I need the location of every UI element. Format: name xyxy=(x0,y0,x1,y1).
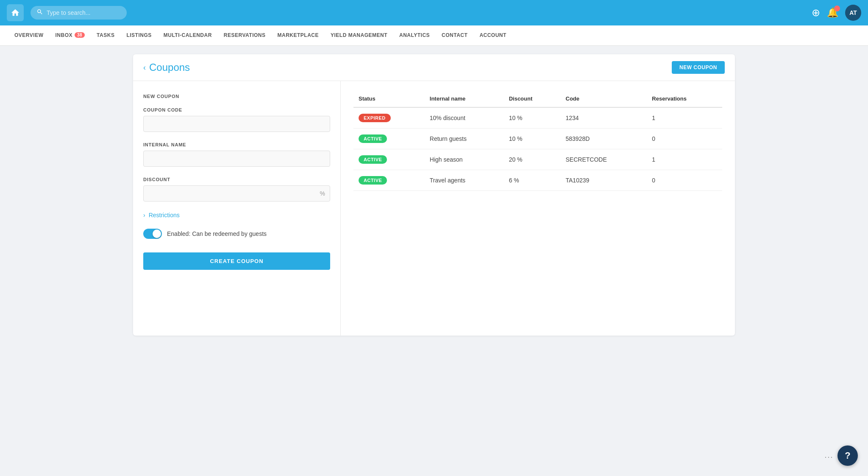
table-header: Status Internal name Discount Code Reser… xyxy=(353,91,722,107)
cell-code: SECRETCODE xyxy=(561,149,647,170)
cell-status: ACTIVE xyxy=(353,149,425,170)
cell-internal-name: Return guests xyxy=(425,129,504,149)
discount-label: DISCOUNT xyxy=(143,177,330,182)
percent-sign: % xyxy=(320,190,325,197)
discount-input[interactable] xyxy=(143,185,330,202)
nav-item-reservations[interactable]: RESERVATIONS xyxy=(218,25,272,45)
form-section-label: NEW COUPON xyxy=(143,94,330,99)
topbar: ⊕ 🔔 AT xyxy=(0,0,868,25)
inbox-badge: 38 xyxy=(75,32,85,38)
left-panel: NEW COUPON COUPON CODE INTERNAL NAME DIS… xyxy=(133,81,341,336)
cell-internal-name: High season xyxy=(425,149,504,170)
page-title: Coupons xyxy=(149,62,190,73)
nav-item-multicalendar[interactable]: MULTI-CALENDAR xyxy=(158,25,218,45)
status-badge: EXPIRED xyxy=(359,114,391,122)
enabled-toggle[interactable] xyxy=(143,229,162,239)
topbar-left xyxy=(7,4,127,21)
restrictions-row[interactable]: › Restrictions xyxy=(143,212,330,218)
toggle-row: Enabled: Can be redeemed by guests xyxy=(143,229,330,239)
cell-internal-name: 10% discount xyxy=(425,107,504,129)
page-title-row: ‹ Coupons xyxy=(143,62,190,73)
page-content: ‹ Coupons NEW COUPON NEW COUPON COUPON C… xyxy=(125,46,743,344)
nav-item-contact[interactable]: CONTACT xyxy=(436,25,473,45)
table-header-row: Status Internal name Discount Code Reser… xyxy=(353,91,722,107)
cell-discount: 10 % xyxy=(504,107,561,129)
nav-item-tasks[interactable]: TASKS xyxy=(91,25,120,45)
toggle-label: Enabled: Can be redeemed by guests xyxy=(167,230,267,237)
nav-item-account[interactable]: ACCOUNT xyxy=(473,25,512,45)
cell-status: ACTIVE xyxy=(353,129,425,149)
cell-code: 1234 xyxy=(561,107,647,129)
col-header-discount: Discount xyxy=(504,91,561,107)
table-row: ACTIVE Travel agents 6 % TA10239 0 xyxy=(353,170,722,191)
cell-status: EXPIRED xyxy=(353,107,425,129)
main-layout: NEW COUPON COUPON CODE INTERNAL NAME DIS… xyxy=(133,81,735,336)
create-coupon-button[interactable]: CREATE COUPON xyxy=(143,252,330,270)
cell-code: 583928D xyxy=(561,129,647,149)
nav-item-yield[interactable]: YIELD MANAGEMENT xyxy=(325,25,393,45)
cell-discount: 6 % xyxy=(504,170,561,191)
nav-item-inbox[interactable]: INBOX 38 xyxy=(49,25,91,45)
coupon-table: Status Internal name Discount Code Reser… xyxy=(353,91,722,191)
col-header-internal-name: Internal name xyxy=(425,91,504,107)
avatar[interactable]: AT xyxy=(845,5,861,21)
cell-discount: 20 % xyxy=(504,149,561,170)
home-button[interactable] xyxy=(7,4,24,21)
cell-code: TA10239 xyxy=(561,170,647,191)
new-coupon-button[interactable]: NEW COUPON xyxy=(672,61,725,74)
coupon-code-input[interactable] xyxy=(143,116,330,132)
page-header: ‹ Coupons NEW COUPON xyxy=(133,54,735,81)
internal-name-input[interactable] xyxy=(143,151,330,167)
toggle-knob xyxy=(153,230,161,238)
cell-reservations: 0 xyxy=(647,129,722,149)
table-row: EXPIRED 10% discount 10 % 1234 1 xyxy=(353,107,722,129)
nav-item-analytics[interactable]: ANALYTICS xyxy=(393,25,436,45)
restrictions-label: Restrictions xyxy=(149,212,180,218)
col-header-reservations: Reservations xyxy=(647,91,722,107)
notification-badge xyxy=(834,6,840,11)
add-button[interactable]: ⊕ xyxy=(812,7,820,19)
status-badge: ACTIVE xyxy=(359,155,387,164)
discount-group: DISCOUNT % xyxy=(143,177,330,202)
topbar-right: ⊕ 🔔 AT xyxy=(812,5,861,21)
table-body: EXPIRED 10% discount 10 % 1234 1 ACTIVE … xyxy=(353,107,722,191)
cell-discount: 10 % xyxy=(504,129,561,149)
internal-name-label: INTERNAL NAME xyxy=(143,142,330,147)
col-header-code: Code xyxy=(561,91,647,107)
right-panel: Status Internal name Discount Code Reser… xyxy=(341,81,735,336)
cell-reservations: 1 xyxy=(647,107,722,129)
status-badge: ACTIVE xyxy=(359,176,387,185)
table-row: ACTIVE High season 20 % SECRETCODE 1 xyxy=(353,149,722,170)
back-arrow[interactable]: ‹ xyxy=(143,63,146,72)
main-card: ‹ Coupons NEW COUPON NEW COUPON COUPON C… xyxy=(133,54,735,336)
notification-button[interactable]: 🔔 xyxy=(827,7,838,18)
coupon-code-label: COUPON CODE xyxy=(143,107,330,112)
cell-reservations: 0 xyxy=(647,170,722,191)
nav-item-overview[interactable]: OVERVIEW xyxy=(8,25,49,45)
nav-item-marketplace[interactable]: MARKETPLACE xyxy=(272,25,325,45)
status-badge: ACTIVE xyxy=(359,134,387,143)
cell-reservations: 1 xyxy=(647,149,722,170)
navbar: OVERVIEW INBOX 38 TASKS LISTINGS MULTI-C… xyxy=(0,25,868,46)
coupon-code-group: COUPON CODE xyxy=(143,107,330,132)
internal-name-group: INTERNAL NAME xyxy=(143,142,330,167)
chevron-right-icon: › xyxy=(143,212,145,218)
cell-internal-name: Travel agents xyxy=(425,170,504,191)
table-row: ACTIVE Return guests 10 % 583928D 0 xyxy=(353,129,722,149)
discount-wrap: % xyxy=(143,185,330,202)
nav-item-listings[interactable]: LISTINGS xyxy=(120,25,157,45)
search-icon xyxy=(36,8,43,17)
search-input[interactable] xyxy=(47,9,121,16)
search-bar xyxy=(31,6,127,20)
col-header-status: Status xyxy=(353,91,425,107)
cell-status: ACTIVE xyxy=(353,170,425,191)
